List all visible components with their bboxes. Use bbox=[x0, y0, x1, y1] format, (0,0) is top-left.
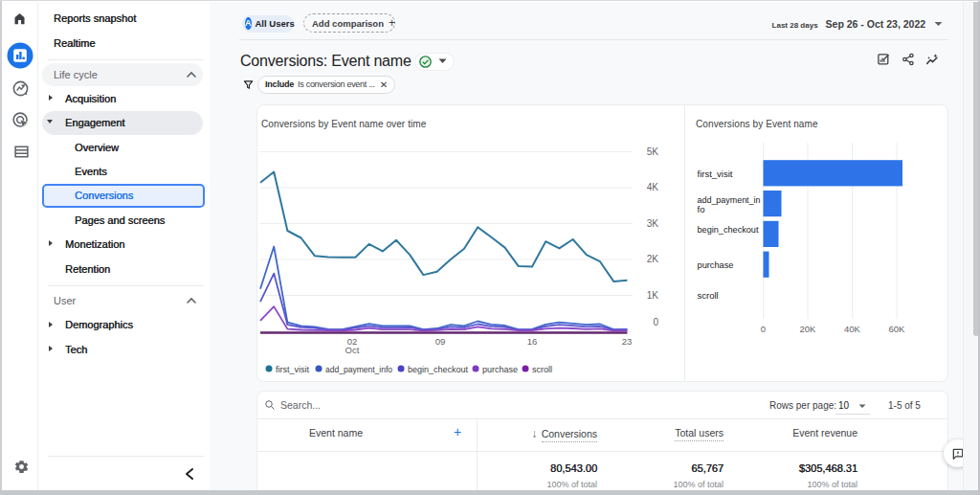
svg-text:Oct: Oct bbox=[345, 345, 360, 355]
svg-text:purchase: purchase bbox=[698, 259, 734, 270]
svg-text:first_visit: first_visit bbox=[276, 365, 310, 374]
svg-text:add_payment_info: add_payment_info bbox=[325, 365, 392, 374]
svg-text:60K: 60K bbox=[889, 324, 906, 334]
svg-text:begin_checkout: begin_checkout bbox=[698, 224, 759, 235]
svg-text:4K: 4K bbox=[647, 182, 659, 192]
svg-text:20K: 20K bbox=[800, 324, 817, 334]
svg-text:scroll: scroll bbox=[698, 290, 719, 301]
svg-text:1K: 1K bbox=[647, 290, 659, 301]
svg-text:5K: 5K bbox=[647, 146, 659, 157]
svg-text:add_payment_in: add_payment_in bbox=[698, 194, 761, 205]
svg-text:09: 09 bbox=[435, 336, 446, 347]
svg-text:first_visit: first_visit bbox=[698, 169, 733, 179]
svg-text:purchase: purchase bbox=[482, 365, 518, 374]
svg-text:0: 0 bbox=[653, 317, 658, 327]
svg-text:0: 0 bbox=[761, 324, 766, 334]
svg-text:scroll: scroll bbox=[532, 365, 552, 374]
svg-text:begin_checkout: begin_checkout bbox=[408, 365, 469, 374]
svg-text:40K: 40K bbox=[844, 324, 861, 334]
svg-text:16: 16 bbox=[527, 336, 538, 347]
svg-text:3K: 3K bbox=[647, 218, 659, 229]
svg-text:fo: fo bbox=[698, 204, 705, 214]
svg-text:23: 23 bbox=[622, 336, 633, 347]
svg-text:2K: 2K bbox=[647, 254, 659, 264]
